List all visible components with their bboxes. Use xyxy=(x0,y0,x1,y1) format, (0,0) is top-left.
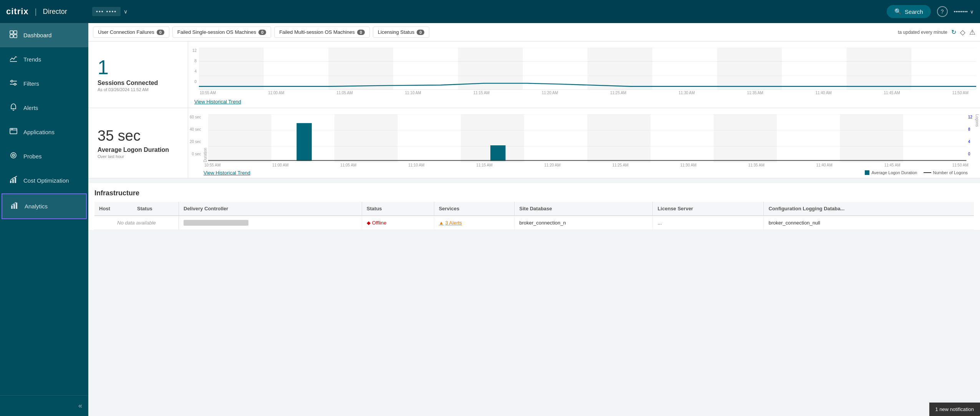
dc-col-license: License Server xyxy=(653,202,764,216)
dc-services-alerts[interactable]: ▲ 3 Alerts xyxy=(439,220,510,226)
host-column-status: Status xyxy=(132,202,179,216)
dc-col-status: Status xyxy=(362,202,434,216)
svg-point-6 xyxy=(14,83,16,85)
svg-rect-45 xyxy=(297,123,312,161)
alert-chip-multi-session-label: Failed Multi-session OS Machines xyxy=(279,29,355,35)
sidebar-item-cost-optimization-label: Cost Optimization xyxy=(23,177,69,184)
logon-sub: Over last hour xyxy=(98,154,179,159)
dc-col-controller: Delivery Controller xyxy=(179,202,362,216)
sidebar-item-analytics[interactable]: Analytics xyxy=(2,193,87,219)
alert-chip-single-session-count: 0 xyxy=(258,30,266,35)
legend-avg-logon-label: Average Logon Duration xyxy=(871,170,917,175)
notification-bar[interactable]: 1 new notification xyxy=(929,403,980,416)
infrastructure-title: Infrastructure xyxy=(94,189,974,197)
dc-status-label: Offline xyxy=(372,220,386,226)
citrix-logo: citrix xyxy=(6,7,29,17)
logon-label: Average Logon Duration xyxy=(98,146,179,153)
logon-y-60sec: 60 sec xyxy=(190,115,201,119)
site-selector[interactable]: ••• •••• ∨ xyxy=(92,7,127,16)
update-text: ta updated every minute xyxy=(898,30,947,35)
legend-num-logons-label: Number of Logons xyxy=(933,170,968,175)
sidebar-collapse-button[interactable]: « xyxy=(0,395,88,416)
sessions-y-0: 0 xyxy=(190,80,197,84)
sidebar-item-probes[interactable]: Probes xyxy=(0,144,88,168)
sidebar-item-analytics-label: Analytics xyxy=(25,203,48,210)
alert-chip-connection-failures-label: User Connection Failures xyxy=(98,29,154,35)
svg-rect-21 xyxy=(15,178,16,183)
sidebar-item-alerts[interactable]: Alerts xyxy=(0,96,88,120)
sidebar-item-cost-optimization[interactable]: Cost Optimization xyxy=(0,168,88,193)
sidebar-item-filters[interactable]: Filters xyxy=(0,72,88,96)
host-table: Host Status No data available xyxy=(94,202,179,230)
help-button[interactable]: ? xyxy=(937,6,948,17)
logon-x-labels: 10:55 AM 11:00 AM 11:05 AM 11:10 AM 11:1… xyxy=(188,162,980,167)
sessions-view-trend-link[interactable]: View Historical Trend xyxy=(194,99,241,105)
app-title: Director xyxy=(43,8,67,16)
logon-view-trend-link[interactable]: View Historical Trend xyxy=(204,170,250,176)
user-name: •••••••• xyxy=(954,9,968,15)
applications-icon xyxy=(9,127,18,137)
user-menu[interactable]: •••••••• ∨ xyxy=(954,9,974,15)
svg-rect-1 xyxy=(14,31,17,34)
filters-icon xyxy=(9,78,18,89)
svg-rect-38 xyxy=(588,114,651,162)
svg-rect-2 xyxy=(10,35,13,38)
sessions-panel: 1 Sessions Connected As of 03/26/2024 11… xyxy=(88,42,980,108)
sidebar-item-applications-label: Applications xyxy=(23,129,55,135)
sidebar-item-applications[interactable]: Applications xyxy=(0,120,88,144)
alert-chip-licensing[interactable]: Licensing Status 0 xyxy=(373,27,430,38)
svg-rect-24 xyxy=(16,203,17,209)
site-name: ••• •••• xyxy=(92,7,121,16)
delivery-controller-table: Delivery Controller Status Services Site… xyxy=(179,202,974,230)
svg-rect-12 xyxy=(10,128,17,134)
logo-divider: | xyxy=(35,7,37,16)
svg-rect-36 xyxy=(335,114,398,162)
legend-avg-logon: Average Logon Duration xyxy=(865,170,917,175)
infrastructure-table-wrapper: Host Status No data available Delivery C… xyxy=(94,202,974,230)
analytics-icon xyxy=(10,201,19,211)
svg-rect-30 xyxy=(847,48,912,90)
sessions-y-12: 12 xyxy=(190,48,197,53)
logon-value: 35 sec xyxy=(98,128,179,144)
host-column-host: Host xyxy=(94,202,132,216)
logo-area: citrix | Director xyxy=(6,7,83,17)
svg-rect-20 xyxy=(12,179,14,183)
alert-chip-licensing-label: Licensing Status xyxy=(378,29,414,35)
svg-rect-40 xyxy=(840,114,904,162)
dc-col-services: Services xyxy=(434,202,515,216)
sessions-chart-svg xyxy=(199,48,976,90)
logon-chart-area: 60 sec 40 sec 20 sec 0 sec Duration xyxy=(188,108,980,178)
logon-y-right-axis-label: Logons xyxy=(975,114,979,127)
sessions-chart: 12 8 4 0 xyxy=(188,46,980,97)
logon-y-20sec: 20 sec xyxy=(190,140,201,144)
probes-icon xyxy=(9,151,18,161)
legend-num-logons-line xyxy=(924,172,931,173)
svg-point-18 xyxy=(13,155,14,156)
svg-rect-25 xyxy=(199,48,264,90)
alert-chip-single-session[interactable]: Failed Single-session OS Machines 0 xyxy=(172,27,271,38)
sessions-y-8: 8 xyxy=(190,59,197,63)
svg-rect-19 xyxy=(10,181,12,183)
search-button[interactable]: 🔍 Search xyxy=(887,5,931,18)
sidebar: Dashboard Trends Filters xyxy=(0,23,88,416)
sidebar-item-dashboard[interactable]: Dashboard xyxy=(0,23,88,47)
offline-diamond-icon: ◆ xyxy=(367,220,371,226)
alert-chip-multi-session[interactable]: Failed Multi-session OS Machines 0 xyxy=(274,27,370,38)
svg-rect-26 xyxy=(328,48,393,90)
alert-chip-connection-failures[interactable]: User Connection Failures 0 xyxy=(93,27,169,38)
svg-point-5 xyxy=(11,80,13,82)
dc-row-config-logging: broker_connection_null xyxy=(764,216,974,230)
notification-label: 1 new notification xyxy=(935,406,974,412)
logon-metric-left: 35 sec Average Logon Duration Over last … xyxy=(88,108,188,178)
dashboard-icon xyxy=(9,30,18,40)
alert-chip-single-session-label: Failed Single-session OS Machines xyxy=(177,29,256,35)
dc-row-controller: •• •••• •••••••••••• xyxy=(179,216,362,230)
warning-icon[interactable]: ⚠ xyxy=(969,28,975,37)
logon-y-40sec: 40 sec xyxy=(190,127,201,131)
sessions-sub: As of 03/26/2024 11:52 AM xyxy=(98,87,179,92)
sidebar-item-trends[interactable]: Trends xyxy=(0,47,88,72)
svg-rect-3 xyxy=(14,35,17,38)
svg-rect-39 xyxy=(714,114,777,162)
diamond-icon[interactable]: ◇ xyxy=(960,28,965,37)
refresh-icon[interactable]: ↻ xyxy=(951,28,956,36)
